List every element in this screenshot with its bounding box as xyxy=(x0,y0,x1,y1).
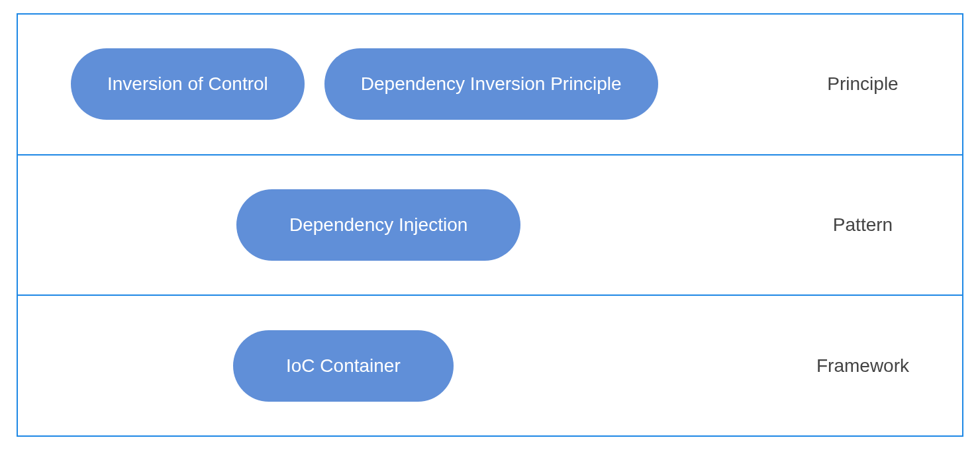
pills-area: Dependency Injection xyxy=(38,189,810,261)
row-label-framework: Framework xyxy=(810,355,942,377)
pills-area: IoC Container xyxy=(38,330,810,402)
row-framework: IoC Container Framework xyxy=(18,296,962,435)
row-label-principle: Principle xyxy=(810,73,942,95)
row-pattern: Dependency Injection Pattern xyxy=(18,156,962,296)
pill-dependency-inversion-principle: Dependency Inversion Principle xyxy=(324,48,658,120)
pill-ioc-container: IoC Container xyxy=(233,330,454,402)
diagram-container: Inversion of Control Dependency Inversio… xyxy=(17,13,963,437)
pills-area: Inversion of Control Dependency Inversio… xyxy=(38,48,810,120)
pill-inversion-of-control: Inversion of Control xyxy=(71,48,305,120)
row-principle: Inversion of Control Dependency Inversio… xyxy=(18,15,962,156)
pill-dependency-injection: Dependency Injection xyxy=(236,189,520,261)
row-label-pattern: Pattern xyxy=(810,214,942,236)
